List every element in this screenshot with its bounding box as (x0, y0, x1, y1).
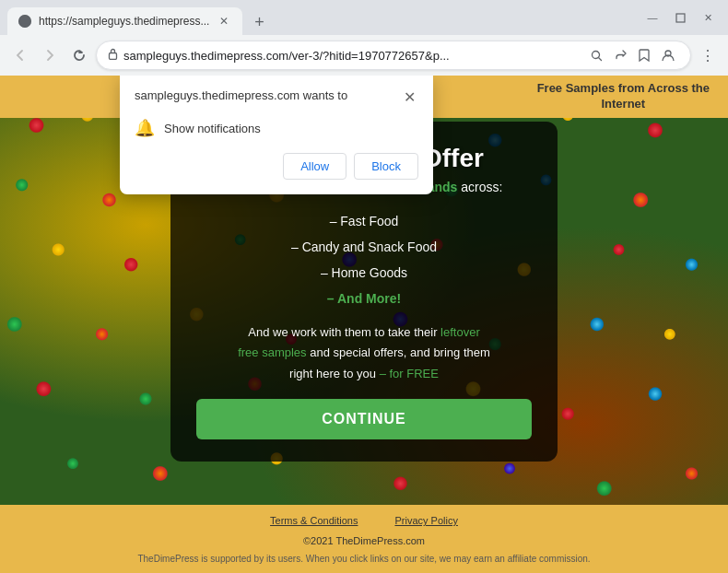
minimize-button[interactable]: — (640, 7, 665, 28)
url-text[interactable]: sampleguys.thedimepress.com/ver-3/?hitid… (123, 49, 580, 63)
tab-close-button[interactable]: ✕ (217, 14, 231, 29)
tab-bar: https://sampleguys.thedimepress... ✕ + (7, 0, 640, 35)
for-free-link: – for FREE (380, 367, 439, 380)
notif-buttons: Allow Block (135, 153, 418, 180)
card-bottom-text: And we work with them to take their left… (196, 322, 532, 383)
card-list: – Fast Food – Candy and Snack Food – Hom… (196, 208, 532, 311)
footer-links: Terms & Conditions Privacy Policy (0, 512, 728, 531)
maximize-button[interactable] (667, 7, 693, 28)
disclaimer-text: TheDimePress is supported by its users. … (0, 551, 728, 567)
header-text: Free Samples from Across theInternet (537, 81, 710, 112)
continue-button[interactable]: CONTINUE (196, 399, 532, 439)
page-content: Free Samples from Across theInternet Tod… (0, 76, 728, 573)
list-item: – Fast Food (196, 208, 532, 234)
reload-button[interactable] (66, 42, 92, 68)
tab-favicon (18, 15, 31, 28)
profile-icon-btn[interactable] (657, 44, 679, 66)
forward-button[interactable] (37, 42, 63, 68)
allow-button[interactable]: Allow (283, 153, 346, 180)
address-bar-row: sampleguys.thedimepress.com/ver-3/?hitid… (0, 35, 728, 76)
menu-button[interactable]: ⋮ (695, 42, 721, 68)
block-button[interactable]: Block (354, 153, 418, 180)
notif-label: Show notifications (164, 122, 261, 135)
svg-rect-1 (676, 14, 685, 22)
bookmark-icon-btn[interactable] (633, 44, 655, 66)
address-icons (585, 44, 679, 66)
address-box[interactable]: sampleguys.thedimepress.com/ver-3/?hitid… (96, 41, 691, 70)
notif-row: 🔔 Show notifications (135, 118, 418, 138)
lock-icon (108, 48, 118, 63)
share-icon-btn[interactable] (609, 44, 631, 66)
back-button[interactable] (7, 42, 33, 68)
svg-rect-2 (110, 53, 117, 60)
free-samples-link: leftoverfree samples (238, 325, 480, 359)
browser-frame: https://sampleguys.thedimepress... ✕ + —… (0, 0, 728, 573)
window-controls: — ✕ (640, 7, 721, 28)
list-item: – And More! (196, 286, 532, 311)
list-item: – Candy and Snack Food (196, 234, 532, 260)
notification-popup: sampleguys.thedimepress.com wants to ✕ 🔔… (120, 76, 433, 194)
terms-link[interactable]: Terms & Conditions (270, 512, 358, 531)
privacy-link[interactable]: Privacy Policy (394, 512, 457, 531)
svg-point-0 (19, 16, 30, 27)
close-button[interactable]: ✕ (695, 7, 721, 28)
bell-icon: 🔔 (135, 118, 155, 138)
active-tab[interactable]: https://sampleguys.thedimepress... ✕ (7, 7, 242, 35)
svg-point-3 (592, 51, 599, 58)
title-bar: https://sampleguys.thedimepress... ✕ + —… (0, 0, 728, 35)
notif-close-button[interactable]: ✕ (400, 88, 418, 107)
list-item: – Home Goods (196, 260, 532, 286)
site-footer: Terms & Conditions Privacy Policy ©2021 … (0, 505, 728, 573)
search-icon-btn[interactable] (585, 44, 607, 66)
tab-title: https://sampleguys.thedimepress... (39, 15, 209, 28)
notif-header: sampleguys.thedimepress.com wants to ✕ (135, 88, 418, 107)
notif-title: sampleguys.thedimepress.com wants to (135, 88, 347, 102)
new-tab-button[interactable]: + (246, 9, 272, 35)
copyright-text: ©2021 TheDimePress.com (0, 532, 728, 551)
